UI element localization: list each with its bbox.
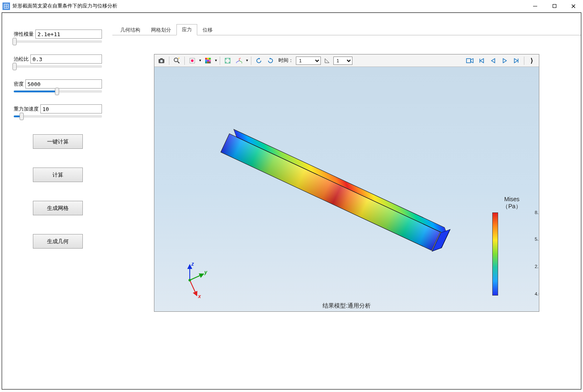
- snapshot-icon[interactable]: [156, 56, 167, 66]
- elastic-modulus-input[interactable]: [35, 30, 102, 39]
- minimize-button[interactable]: [526, 0, 545, 12]
- svg-point-36: [189, 279, 191, 281]
- svg-rect-18: [207, 59, 209, 62]
- svg-point-8: [160, 60, 163, 62]
- elastic-modulus-slider[interactable]: [14, 40, 102, 43]
- step-angle-icon[interactable]: [322, 56, 332, 66]
- svg-line-11: [178, 62, 179, 63]
- legend-q3: 5.528e+04: [535, 237, 539, 242]
- color-legend: Mises （Pa） 8.293e+04 5.528e+04 2.764e+04…: [489, 196, 535, 296]
- tab-displacement[interactable]: 位移: [197, 25, 218, 35]
- svg-line-26: [237, 61, 239, 62]
- legend-max: 8.293e+04: [535, 210, 539, 215]
- svg-rect-17: [205, 59, 207, 62]
- zoom-icon[interactable]: [171, 56, 182, 66]
- model-label: 结果模型:通用分析: [154, 302, 539, 310]
- svg-rect-15: [207, 58, 209, 60]
- app-icon: [2, 2, 10, 10]
- rotate-cw-icon[interactable]: [265, 56, 276, 66]
- window-title: 矩形截面简支梁在自重条件下的应力与位移分析: [12, 2, 117, 10]
- play-icon[interactable]: [499, 56, 510, 66]
- svg-rect-19: [209, 59, 211, 62]
- svg-point-13: [191, 59, 194, 62]
- svg-rect-30: [466, 59, 471, 63]
- expand-icon[interactable]: ⟩: [526, 56, 537, 66]
- app-body: 弹性模量 泊松比 密度: [2, 12, 581, 390]
- legend-min: 4.026e-06: [535, 291, 539, 296]
- generate-geometry-button[interactable]: 生成几何: [33, 234, 83, 249]
- maximize-button[interactable]: [545, 0, 564, 12]
- axes-view-icon[interactable]: zyx: [234, 56, 245, 66]
- sidebar: 弹性模量 泊松比 密度: [2, 13, 112, 389]
- poisson-slider[interactable]: [14, 65, 102, 68]
- dropdown-caret-icon[interactable]: ▼: [246, 59, 249, 62]
- viewport-toolbar: ▼ ▼ zyx ▼ 时间： 1 1: [154, 54, 539, 67]
- generate-mesh-button[interactable]: 生成网格: [33, 201, 83, 215]
- compute-all-button[interactable]: 一键计算: [33, 134, 83, 149]
- svg-point-10: [174, 58, 178, 62]
- svg-text:y: y: [241, 61, 243, 64]
- colormap-icon[interactable]: [203, 56, 213, 66]
- svg-rect-20: [205, 62, 207, 64]
- legend-title-2: （Pa）: [502, 203, 521, 210]
- dropdown-caret-icon[interactable]: ▼: [214, 59, 218, 62]
- svg-rect-4: [553, 5, 556, 8]
- svg-line-34: [190, 274, 203, 280]
- last-frame-icon[interactable]: [511, 56, 522, 66]
- svg-text:x: x: [236, 61, 237, 64]
- viewport: ▼ ▼ zyx ▼ 时间： 1 1: [154, 54, 539, 312]
- compute-button[interactable]: 计算: [33, 168, 83, 182]
- svg-rect-9: [160, 58, 163, 59]
- svg-text:x: x: [198, 293, 201, 299]
- orientation-triad: z y x: [171, 261, 208, 299]
- camera-animation-icon[interactable]: [464, 56, 475, 66]
- time-select[interactable]: 1: [296, 57, 321, 65]
- tab-stress[interactable]: 应力: [176, 24, 197, 35]
- density-label: 密度: [14, 81, 24, 88]
- time-label: 时间：: [278, 57, 293, 64]
- dropdown-caret-icon[interactable]: ▼: [198, 59, 202, 62]
- titlebar: 矩形截面简支梁在自重条件下的应力与位移分析: [0, 0, 583, 12]
- density-input[interactable]: [25, 79, 102, 89]
- svg-line-35: [190, 280, 197, 296]
- rotate-ccw-icon[interactable]: [253, 56, 264, 66]
- tab-bar: 几何结构 网格划分 应力 位移: [112, 25, 581, 35]
- legend-title-1: Mises: [504, 196, 520, 202]
- close-button[interactable]: [564, 0, 583, 12]
- main-panel: 几何结构 网格划分 应力 位移 ▼ ▼ zyx ▼: [112, 13, 581, 389]
- prev-frame-icon[interactable]: [488, 56, 499, 66]
- gravity-input[interactable]: [40, 104, 102, 113]
- poisson-input[interactable]: [30, 54, 102, 64]
- svg-rect-21: [207, 62, 209, 64]
- gravity-label: 重力加速度: [14, 106, 39, 113]
- svg-rect-16: [209, 58, 211, 60]
- gravity-slider[interactable]: [14, 115, 102, 118]
- svg-rect-14: [205, 58, 207, 60]
- first-frame-icon[interactable]: [476, 56, 487, 66]
- svg-rect-22: [209, 62, 211, 64]
- density-slider[interactable]: [14, 90, 102, 93]
- colorbar: [492, 212, 498, 296]
- tab-mesh[interactable]: 网格划分: [146, 25, 176, 35]
- viewport-canvas[interactable]: z y x Mises （Pa） 8.293e+04: [154, 67, 539, 311]
- beam-model: [221, 133, 441, 251]
- frame-select[interactable]: 1: [333, 57, 352, 65]
- legend-q2: 2.764e+04: [535, 264, 539, 269]
- svg-text:z: z: [240, 57, 241, 59]
- svg-text:y: y: [204, 269, 208, 275]
- elastic-modulus-label: 弹性模量: [14, 31, 34, 38]
- svg-text:z: z: [191, 261, 194, 267]
- selection-icon[interactable]: [187, 56, 198, 66]
- poisson-label: 泊松比: [14, 56, 29, 63]
- tab-geometry[interactable]: 几何结构: [115, 25, 146, 35]
- fit-view-icon[interactable]: [222, 56, 233, 66]
